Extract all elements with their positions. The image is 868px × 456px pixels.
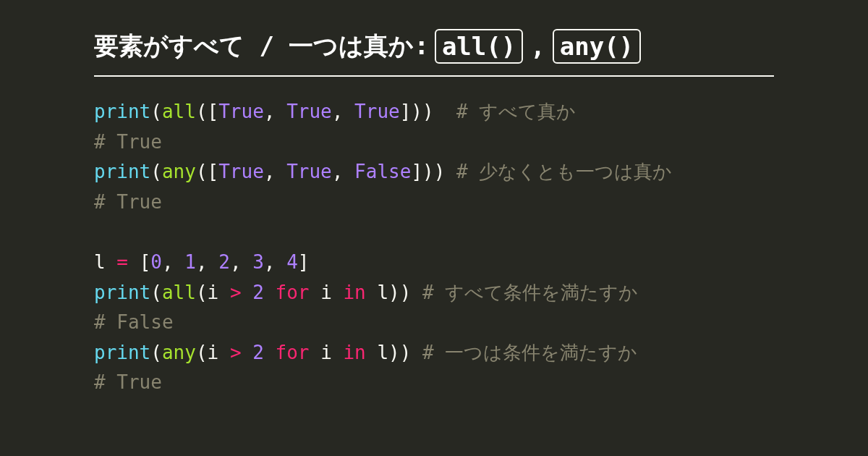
code-line-10: # True (94, 371, 162, 393)
title-separator: , (529, 32, 546, 61)
title-text: 要素がすべて / 一つは真か: (94, 30, 429, 63)
code-line-4: # True (94, 191, 162, 213)
code-line-5 (94, 221, 106, 242)
code-line-7: print(all(i > 2 for i in l)) # すべて条件を満たす… (94, 282, 638, 303)
title-codebox-all: all() (435, 29, 523, 64)
page-title: 要素がすべて / 一つは真か: all() , any() (94, 29, 774, 77)
code-line-2: # True (94, 131, 162, 153)
code-line-9: print(any(i > 2 for i in l)) # 一つは条件を満たす… (94, 342, 637, 363)
code-block: print(all([True, True, True])) # すべて真か #… (94, 97, 774, 398)
title-codebox-any: any() (553, 29, 641, 64)
code-line-3: print(any([True, True, False])) # 少なくとも一… (94, 161, 672, 182)
code-line-6: l = [0, 1, 2, 3, 4] (94, 251, 309, 273)
code-line-8: # False (94, 311, 174, 333)
code-line-1: print(all([True, True, True])) # すべて真か (94, 101, 576, 122)
